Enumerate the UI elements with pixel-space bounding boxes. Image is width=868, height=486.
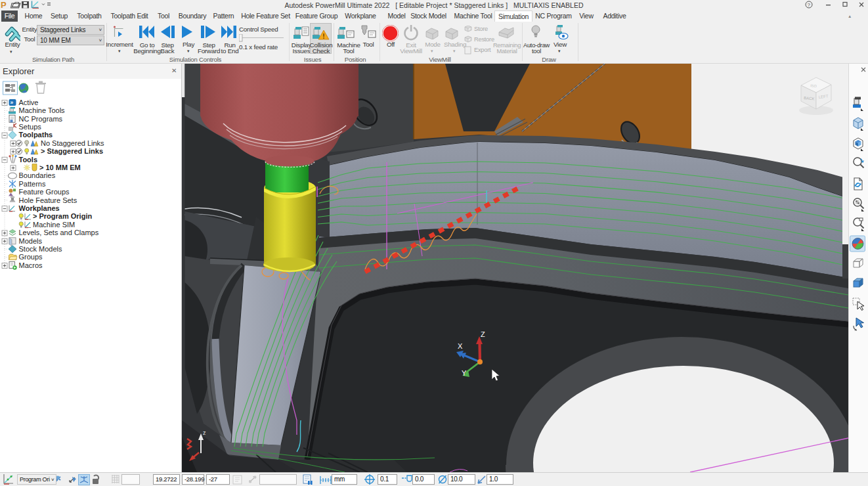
svg-text:No Staggered Links: No Staggered Links — [41, 139, 104, 147]
svg-text:Patterns: Patterns — [19, 180, 46, 188]
svg-text:> 10 MM EM: > 10 MM EM — [39, 164, 81, 171]
svg-text:Stock Models: Stock Models — [19, 245, 63, 253]
svg-text:> Staggered Links: > Staggered Links — [41, 147, 103, 155]
svg-text:z: z — [203, 430, 206, 436]
svg-text:Levels, Sets and Clamps: Levels, Sets and Clamps — [19, 229, 99, 236]
svg-text:NC Programs: NC Programs — [19, 115, 63, 123]
svg-text:> Program Origin: > Program Origin — [33, 212, 92, 220]
svg-text:Models: Models — [19, 237, 43, 245]
svg-text:Feature Groups: Feature Groups — [19, 188, 70, 196]
svg-text:Tools: Tools — [19, 156, 38, 164]
svg-text:Workplanes: Workplanes — [19, 204, 60, 212]
svg-text:Toolpaths: Toolpaths — [19, 131, 53, 139]
svg-text:?: ? — [808, 2, 811, 8]
svg-text:Setups: Setups — [19, 123, 42, 131]
svg-text:Macros: Macros — [19, 261, 43, 269]
svg-text:Boundaries: Boundaries — [19, 171, 56, 179]
svg-text:Machine Tools: Machine Tools — [19, 106, 66, 114]
svg-text:»: » — [11, 99, 14, 106]
svg-text:Machine SIM: Machine SIM — [33, 221, 75, 229]
svg-text:Hole Feature Sets: Hole Feature Sets — [19, 196, 77, 204]
svg-text:Groups: Groups — [19, 253, 43, 261]
svg-text:Active: Active — [19, 99, 39, 106]
svg-text:X: X — [458, 342, 463, 350]
svg-text:Y: Y — [462, 369, 467, 377]
svg-text:Z: Z — [481, 330, 485, 338]
